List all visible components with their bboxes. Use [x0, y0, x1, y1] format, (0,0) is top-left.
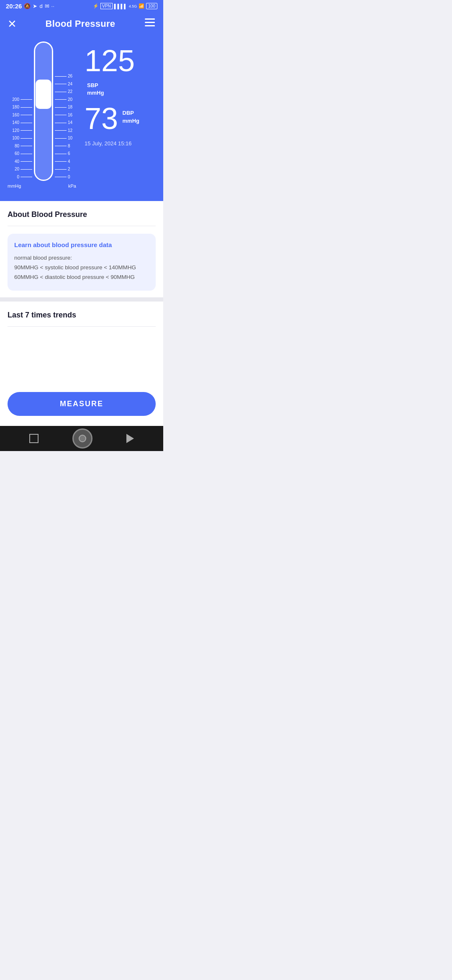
info-diastolic-range: 60MMHG < diastolic blood pressure < 90MM…: [14, 273, 149, 282]
trends-section: Last 7 times trends: [0, 302, 163, 385]
hero-section: 200 180 160 140 120 100 80 60 40 20 0 26…: [0, 37, 163, 201]
location-icon: ➤: [33, 3, 37, 9]
dbp-label: DBP: [123, 109, 139, 117]
scale-item: 22: [55, 88, 76, 96]
trends-divider: [8, 326, 156, 327]
message-icon: ✉: [45, 3, 49, 9]
scale-item: 120: [8, 127, 32, 135]
dbp-unit: mmHg: [123, 117, 139, 125]
scale-item: 12: [55, 127, 76, 135]
scale-item: 60: [8, 150, 32, 158]
scale-item: 140: [8, 119, 32, 127]
scale-item: 80: [8, 142, 32, 150]
home-inner-icon: [79, 435, 86, 442]
scale-item: 0: [55, 173, 76, 181]
nav-back-button[interactable]: [126, 434, 134, 443]
app-header: ✕ Blood Pressure: [0, 12, 163, 37]
nav-home-button[interactable]: [72, 428, 92, 449]
info-systolic-range: 90MMHG < systolic blood pressure < 140MM…: [14, 263, 149, 273]
scale-item: 26: [55, 72, 76, 80]
scale-item: 6: [55, 150, 76, 158]
home-icon: [72, 428, 92, 449]
sbp-unit-group: SBP mmHg: [87, 82, 104, 97]
gauge-unit-labels: mmHg kPa: [8, 183, 76, 188]
vpn-badge: VPN: [100, 3, 113, 9]
scale-item: 20: [55, 96, 76, 104]
sync-icon: d: [39, 3, 42, 9]
back-icon: [126, 434, 134, 443]
status-time: 20:26: [6, 3, 22, 10]
scale-item: 16: [55, 111, 76, 119]
signal2-icon: 4.5G: [129, 4, 137, 8]
signal-icon: ▌▌▌▌: [114, 4, 127, 9]
sbp-label: SBP: [87, 82, 104, 89]
gauge-tube: [34, 41, 53, 181]
scale-item: 24: [55, 80, 76, 88]
more-icon: ··: [51, 3, 54, 9]
sbp-reading: 125 SBP mmHg: [85, 46, 156, 97]
bp-readings: 125 SBP mmHg 73 DBP mmHg 15 July, 2024 1…: [85, 41, 156, 147]
svg-rect-5: [153, 25, 155, 26]
scale-item: 40: [8, 158, 32, 166]
sbp-unit: mmHg: [87, 89, 104, 97]
reading-timestamp: 15 July, 2024 15:16: [85, 140, 156, 147]
status-left: 20:26 🔕 ➤ d ✉ ··: [6, 3, 54, 10]
trends-title: Last 7 times trends: [8, 311, 156, 320]
dbp-value: 73: [85, 103, 118, 134]
measure-button[interactable]: MEASURE: [8, 392, 156, 416]
bottom-nav: [0, 426, 163, 451]
measure-container: MEASURE: [0, 385, 163, 426]
about-title: About Blood Pressure: [8, 210, 156, 219]
about-section: About Blood Pressure Learn about blood p…: [0, 201, 163, 297]
page-title: Blood Pressure: [46, 18, 116, 29]
scale-item: 180: [8, 103, 32, 111]
scale-item: 0: [8, 173, 32, 181]
section-separator: [0, 297, 163, 302]
info-card-body: normal blood pressure: 90MMHG < systolic…: [14, 253, 149, 282]
scale-item: 18: [55, 103, 76, 111]
gauge-fill: [35, 43, 52, 180]
battery-icon: 100: [146, 3, 157, 9]
sbp-value: 125: [85, 46, 135, 76]
dbp-reading: 73 DBP mmHg: [85, 103, 156, 134]
close-button[interactable]: ✕: [8, 18, 17, 31]
svg-rect-4: [153, 22, 155, 23]
scale-item: 20: [8, 165, 32, 173]
scale-item: 14: [55, 119, 76, 127]
left-unit-label: mmHg: [8, 183, 21, 188]
mute-icon: 🔕: [24, 3, 31, 9]
scale-item: 100: [8, 134, 32, 142]
scale-item: 200: [8, 96, 32, 104]
gauge-scales: 200 180 160 140 120 100 80 60 40 20 0 26…: [8, 41, 76, 181]
bluetooth-icon: ⚡: [93, 3, 99, 9]
status-right: ⚡ VPN ▌▌▌▌ 4.5G 📶 100: [93, 3, 157, 9]
info-card: Learn about blood pressure data normal b…: [8, 234, 156, 291]
wifi-icon: 📶: [139, 3, 144, 9]
dbp-unit-group: DBP mmHg: [123, 109, 139, 124]
menu-button[interactable]: [144, 17, 156, 31]
square-icon: [29, 434, 39, 443]
scale-item: 8: [55, 142, 76, 150]
scale-item: 160: [8, 111, 32, 119]
info-card-title: Learn about blood pressure data: [14, 241, 149, 248]
scale-right-kpa: 26 24 22 20 18 16 14 12 10 8 6 4 2 0: [55, 72, 76, 181]
right-unit-label: kPa: [68, 183, 76, 188]
about-divider: [8, 226, 156, 226]
scale-item: 4: [55, 158, 76, 166]
scale-left-mmhg: 200 180 160 140 120 100 80 60 40 20 0: [8, 96, 32, 181]
scale-item: 2: [55, 165, 76, 173]
nav-recent-apps-button[interactable]: [29, 434, 39, 443]
scale-item: 10: [55, 134, 76, 142]
svg-rect-3: [153, 18, 155, 20]
status-bar: 20:26 🔕 ➤ d ✉ ·· ⚡ VPN ▌▌▌▌ 4.5G 📶 100: [0, 0, 163, 12]
blood-pressure-gauge: 200 180 160 140 120 100 80 60 40 20 0 26…: [8, 41, 76, 188]
gauge-indicator: [36, 80, 51, 109]
info-normal-label: normal blood pressure:: [14, 253, 149, 263]
